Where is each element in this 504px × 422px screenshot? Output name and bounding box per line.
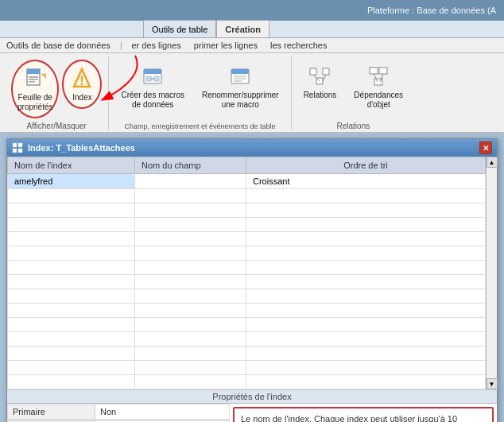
group-relations: Relations Dépendances d'objet bbox=[292, 56, 415, 130]
window-icon bbox=[12, 142, 23, 153]
table-row[interactable]: amelyfred Croissant bbox=[8, 174, 486, 189]
prop-primaire-row: Primaire Non bbox=[7, 404, 230, 420]
dependances-button[interactable]: Dépendances d'objet bbox=[348, 60, 409, 114]
svg-rect-24 bbox=[370, 68, 378, 74]
dependances-icon bbox=[366, 64, 391, 89]
index-icon bbox=[69, 66, 95, 91]
renommer-macro-button[interactable]: Renommer/supprimer une macro bbox=[196, 60, 285, 114]
menu-er-lignes[interactable]: er des lignes bbox=[128, 40, 184, 51]
svg-rect-31 bbox=[13, 149, 17, 153]
relations-button[interactable]: Relations bbox=[298, 60, 343, 104]
window-close-button[interactable]: ✕ bbox=[479, 141, 492, 154]
table-row bbox=[8, 289, 486, 304]
relations-label: Relations bbox=[304, 91, 337, 100]
table-row bbox=[8, 246, 486, 261]
svg-rect-25 bbox=[379, 68, 387, 74]
menu-recherches[interactable]: les recherches bbox=[267, 40, 331, 51]
feuille-label: Feuille de propriétés bbox=[17, 93, 52, 112]
renommer-icon bbox=[227, 64, 253, 89]
svg-rect-20 bbox=[323, 68, 329, 75]
svg-line-23 bbox=[323, 75, 326, 81]
tab-outils-de-table[interactable]: Outils de table bbox=[143, 20, 216, 37]
group-label-afficher: Afficher/Masquer bbox=[27, 122, 87, 130]
help-text: Le nom de l'index. Chaque index peut uti… bbox=[241, 413, 486, 422]
svg-rect-12 bbox=[154, 76, 159, 81]
svg-rect-30 bbox=[18, 143, 22, 147]
props-left: Primaire Non Unique Oui ▼ Ignorer Nulls bbox=[7, 404, 230, 422]
table-row bbox=[8, 361, 486, 375]
prop-primaire-value[interactable]: Non bbox=[95, 404, 230, 420]
menu-db[interactable]: Outils de base de données bbox=[3, 40, 114, 51]
group-label-champ: Champ, enregistrement et événements de t… bbox=[125, 122, 276, 130]
renommer-macro-label: Renommer/supprimer une macro bbox=[202, 91, 279, 110]
platform-label: Plateforme : Base de données (A bbox=[367, 6, 496, 15]
cell-sort-order: Croissant bbox=[246, 174, 486, 189]
svg-rect-29 bbox=[13, 143, 17, 147]
index-button[interactable]: Index bbox=[62, 60, 102, 109]
table-row bbox=[8, 347, 486, 361]
help-text-box: Le nom de l'index. Chaque index peut uti… bbox=[233, 407, 494, 422]
svg-rect-1 bbox=[27, 69, 40, 74]
col-ordre-tri: Ordre de tri bbox=[246, 157, 486, 174]
window-title-text: Index: T_TablesAttachees bbox=[28, 143, 135, 153]
table-row bbox=[8, 203, 486, 218]
group-afficher-masquer: Feuille de propriétés Index bbox=[5, 56, 109, 130]
svg-marker-5 bbox=[41, 74, 46, 79]
macros-icon bbox=[140, 64, 165, 89]
properties-grid: Primaire Non Unique Oui ▼ Ignorer Nulls bbox=[7, 404, 497, 422]
title-left: Index: T_TablesAttachees bbox=[12, 142, 135, 153]
svg-rect-32 bbox=[18, 149, 22, 153]
creer-macros-label: Créer des macros de données bbox=[121, 91, 184, 110]
table-row bbox=[8, 232, 486, 246]
window-title-bar: Index: T_TablesAttachees ✕ bbox=[7, 139, 497, 157]
table-row bbox=[8, 189, 486, 203]
table-scroll-area: Nom de l'index Nom du champ Ordre de tri… bbox=[7, 157, 497, 389]
prop-primaire-label: Primaire bbox=[7, 404, 95, 420]
vertical-scrollbar[interactable]: ▲ ▼ bbox=[486, 157, 497, 389]
index-table: Nom de l'index Nom du champ Ordre de tri… bbox=[7, 157, 486, 389]
table-row bbox=[8, 375, 486, 389]
table-row bbox=[8, 261, 486, 275]
table-row bbox=[8, 218, 486, 232]
menu-primer-lignes[interactable]: primer les lignes bbox=[191, 40, 261, 51]
group-champ-enregistrement: Créer des macros de données Renommer/sup… bbox=[109, 56, 291, 130]
table-header-row: Nom de l'index Nom du champ Ordre de tri bbox=[8, 157, 486, 174]
creer-macros-button[interactable]: Créer des macros de données bbox=[115, 60, 189, 114]
col-nom-index: Nom de l'index bbox=[8, 157, 135, 174]
scroll-down-arrow[interactable]: ▼ bbox=[487, 378, 498, 389]
index-label: Index bbox=[72, 93, 91, 103]
platform-bar: Plateforme : Base de données (A bbox=[0, 0, 504, 21]
svg-rect-19 bbox=[310, 68, 316, 75]
group-label-relations: Relations bbox=[337, 122, 370, 130]
col-nom-champ: Nom du champ bbox=[135, 157, 246, 174]
svg-point-8 bbox=[81, 83, 83, 85]
relations-icon bbox=[307, 64, 332, 89]
svg-rect-10 bbox=[144, 69, 161, 74]
cell-field-name bbox=[135, 174, 246, 189]
dependances-label: Dépendances d'objet bbox=[354, 91, 403, 110]
feuille-icon bbox=[22, 66, 48, 91]
ribbon-content: Feuille de propriétés Index bbox=[0, 53, 504, 134]
table-wrapper: Nom de l'index Nom du champ Ordre de tri… bbox=[7, 157, 486, 389]
properties-header: Propriétés de l'index bbox=[7, 390, 497, 404]
properties-section: Propriétés de l'index Primaire Non Uniqu… bbox=[7, 389, 497, 422]
tab-creation[interactable]: Création bbox=[216, 20, 269, 37]
svg-rect-15 bbox=[231, 69, 249, 74]
svg-rect-11 bbox=[146, 76, 151, 81]
table-row bbox=[8, 318, 486, 332]
index-window: Index: T_TablesAttachees ✕ Nom de l'inde… bbox=[6, 138, 498, 422]
feuille-proprietes-button[interactable]: Feuille de propriétés bbox=[11, 60, 59, 118]
table-row bbox=[8, 304, 486, 318]
table-row bbox=[8, 332, 486, 347]
scroll-up-arrow[interactable]: ▲ bbox=[487, 157, 498, 168]
table-row bbox=[8, 275, 486, 289]
cell-index-name: amelyfred bbox=[8, 174, 135, 189]
